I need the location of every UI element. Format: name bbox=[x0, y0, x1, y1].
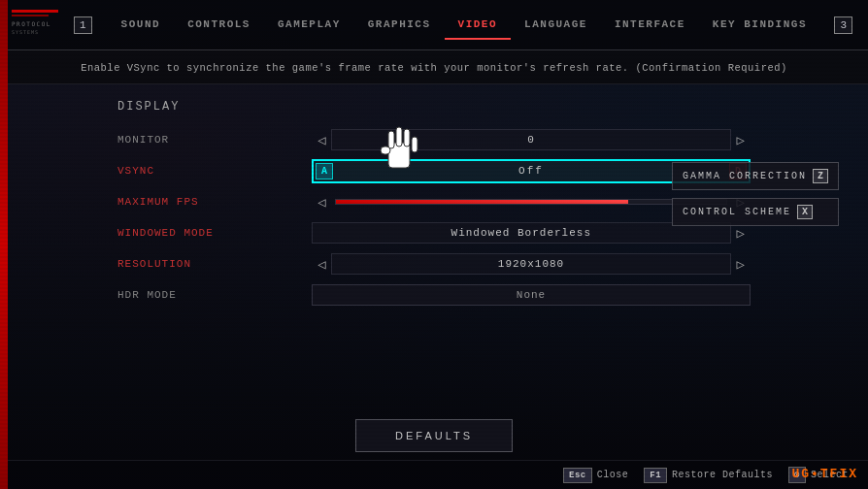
gamma-key: Z bbox=[813, 169, 828, 183]
monitor-value: 0 bbox=[331, 129, 730, 150]
main-content: Display Monitor ◁ 0 ▷ VSync bbox=[0, 84, 868, 408]
close-key: Esc bbox=[563, 468, 592, 483]
hdr-control: None bbox=[312, 284, 751, 306]
resolution-arrow-control: ◁ 1920x1080 ▷ bbox=[312, 253, 751, 275]
setting-row-resolution: Resolution ◁ 1920x1080 ▷ bbox=[114, 249, 754, 278]
monitor-left-arrow[interactable]: ◁ bbox=[312, 130, 331, 150]
vsync-label: VSync bbox=[117, 165, 312, 177]
gamma-label: GAMMA CORRECTION bbox=[683, 171, 807, 181]
setting-row-windowed: Windowed Mode Windowed Borderless ▷ bbox=[114, 218, 754, 247]
monitor-label: Monitor bbox=[117, 134, 312, 146]
maxfps-track bbox=[335, 199, 726, 205]
gamma-correction-button[interactable]: GAMMA CORRECTION Z bbox=[672, 162, 839, 190]
resolution-left-arrow[interactable]: ◁ bbox=[312, 254, 331, 275]
control-scheme-button[interactable]: CONTROL SCHEME X bbox=[672, 198, 839, 226]
watermark: UG•TFIX bbox=[791, 467, 858, 481]
hdr-value[interactable]: None bbox=[312, 284, 751, 306]
tab-gameplay[interactable]: GAMEPLAY bbox=[264, 11, 354, 40]
restore-action[interactable]: F1 Restore Defaults bbox=[644, 468, 773, 483]
resolution-right-arrow[interactable]: ▷ bbox=[731, 254, 751, 275]
nav-number-right: 3 bbox=[834, 16, 852, 34]
info-bar: Enable VSync to synchronize the game's f… bbox=[0, 50, 868, 84]
restore-key: F1 bbox=[644, 468, 667, 483]
maxfps-left-arrow[interactable]: ◁ bbox=[312, 192, 331, 212]
setting-row-vsync: VSync A Off D bbox=[114, 156, 754, 185]
tab-graphics[interactable]: GRAPHICS bbox=[354, 11, 445, 40]
tab-video[interactable]: VIDEO bbox=[445, 11, 512, 40]
maxfps-fill bbox=[336, 200, 628, 204]
nav-tabs: SOUND CONTROLS GAMEPLAY GRAPHICS VIDEO L… bbox=[108, 11, 835, 40]
hdr-label: HDR Mode bbox=[117, 289, 312, 301]
setting-row-monitor: Monitor ◁ 0 ▷ bbox=[114, 125, 754, 154]
monitor-control: ◁ 0 ▷ bbox=[312, 129, 751, 150]
top-navigation: 1 SOUND CONTROLS GAMEPLAY GRAPHICS VIDEO… bbox=[0, 0, 868, 50]
tab-language[interactable]: LANGUAGE bbox=[511, 11, 601, 40]
resolution-control: ◁ 1920x1080 ▷ bbox=[312, 253, 751, 275]
maxfps-label: Maximum FPS bbox=[117, 196, 312, 208]
windowed-label: Windowed Mode bbox=[117, 227, 312, 239]
monitor-arrow-control: ◁ 0 ▷ bbox=[312, 129, 751, 150]
setting-row-maxfps: Maximum FPS ◁ ▷ bbox=[114, 187, 754, 216]
settings-panel: Display Monitor ◁ 0 ▷ VSync bbox=[114, 100, 754, 392]
windowed-value: Windowed Borderless bbox=[312, 222, 731, 244]
tab-interface[interactable]: INTERFACE bbox=[601, 11, 699, 40]
info-text: Enable VSync to synchronize the game's f… bbox=[81, 62, 787, 74]
restore-label: Restore Defaults bbox=[672, 470, 773, 480]
settings-rows: Monitor ◁ 0 ▷ VSync bbox=[114, 125, 754, 310]
right-buttons: GAMMA CORRECTION Z CONTROL SCHEME X bbox=[672, 162, 839, 226]
vsync-a-badge: A bbox=[316, 163, 333, 179]
bottom-bar: Esc Close F1 Restore Defaults ⊙ Select bbox=[0, 460, 868, 489]
nav-number-left: 1 bbox=[74, 16, 92, 34]
tab-keybindings[interactable]: KEY BINDINGS bbox=[699, 11, 820, 40]
monitor-right-arrow[interactable]: ▷ bbox=[731, 130, 751, 150]
close-action[interactable]: Esc Close bbox=[563, 468, 628, 483]
defaults-button[interactable]: DEFAULTS bbox=[355, 419, 513, 452]
control-scheme-key: X bbox=[797, 205, 813, 219]
control-scheme-label: CONTROL SCHEME bbox=[683, 207, 791, 217]
section-title: Display bbox=[117, 100, 754, 114]
tab-sound[interactable]: SOUND bbox=[108, 11, 175, 40]
tab-controls[interactable]: CONTROLS bbox=[174, 11, 264, 40]
vsync-value: Off bbox=[335, 165, 727, 177]
logo: PROTOCOL SYSTEMS bbox=[12, 10, 58, 35]
setting-row-hdr: HDR Mode None bbox=[114, 280, 754, 310]
resolution-value: 1920x1080 bbox=[331, 253, 730, 275]
defaults-area: DEFAULTS bbox=[0, 408, 868, 460]
close-label: Close bbox=[597, 470, 629, 480]
resolution-label: Resolution bbox=[117, 258, 312, 270]
